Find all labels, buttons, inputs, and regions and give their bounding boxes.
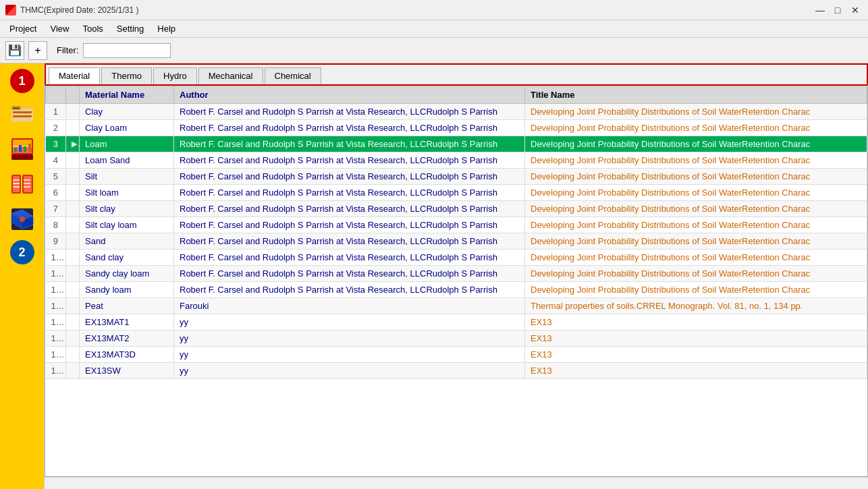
cell-arrow <box>66 233 80 250</box>
table-row[interactable]: 7Silt clayRobert F. Carsel and Rudolph S… <box>46 201 867 217</box>
cell-num: 16 <box>46 347 66 363</box>
table-row[interactable]: 1ClayRobert F. Carsel and Rudolph S Parr… <box>46 104 867 120</box>
cell-title: EX13 <box>525 314 867 330</box>
cell-author: Robert F. Carsel and Rudolph S Parrish a… <box>174 233 525 250</box>
cell-material-name: Sandy clay loam <box>80 266 174 282</box>
minimize-button[interactable]: — <box>813 3 828 18</box>
cell-title: EX13 <box>525 330 867 347</box>
cell-material-name: Silt clay loam <box>80 217 174 233</box>
cell-title: Developing Joint Probability Distributio… <box>525 233 867 250</box>
cell-title: Developing Joint Probability Distributio… <box>525 250 867 266</box>
sidebar-badge-1[interactable]: 1 <box>10 69 34 93</box>
material-table-container[interactable]: Material Name Author Title Name 1ClayRob… <box>45 84 868 477</box>
menu-item-tools[interactable]: Tools <box>76 22 109 36</box>
cell-title: Developing Joint Probability Distributio… <box>525 169 867 185</box>
cell-author: yy <box>174 314 525 330</box>
cell-material-name: Loam Sand <box>80 152 174 169</box>
cell-arrow <box>66 266 80 282</box>
title-bar: THMC(Expired Date: 2025/1/31 ) — □ ✕ <box>0 0 868 20</box>
col-header-material-name: Material Name <box>80 86 174 104</box>
table-row[interactable]: 16EX13MAT3DyyEX13 <box>46 347 867 363</box>
cell-num: 12 <box>46 282 66 298</box>
badge-1-label: 1 <box>18 74 25 88</box>
col-header-arrow <box>66 86 80 104</box>
sidebar-icon-settings[interactable] <box>8 170 36 198</box>
table-row[interactable]: 6Silt loamRobert F. Carsel and Rudolph S… <box>46 185 867 201</box>
table-header-row: Material Name Author Title Name <box>46 86 867 104</box>
tab-chemical[interactable]: Chemical <box>265 67 321 84</box>
cell-num: 17 <box>46 363 66 379</box>
svg-rect-4 <box>13 115 32 117</box>
table-row[interactable]: 9SandRobert F. Carsel and Rudolph S Parr… <box>46 233 867 250</box>
cell-arrow <box>66 217 80 233</box>
cell-arrow <box>66 185 80 201</box>
menu-item-setting[interactable]: Setting <box>110 22 151 36</box>
menu-item-help[interactable]: Help <box>151 22 182 36</box>
svg-rect-14 <box>11 154 33 160</box>
col-header-author: Author <box>174 86 525 104</box>
cell-num: 11 <box>46 266 66 282</box>
table-row[interactable]: 4Loam SandRobert F. Carsel and Rudolph S… <box>46 152 867 169</box>
cell-num: 2 <box>46 120 66 136</box>
main-area: 1 <box>0 63 868 489</box>
sidebar-icon-folder[interactable] <box>8 100 36 128</box>
cell-material-name: Peat <box>80 298 174 314</box>
menu-item-project[interactable]: Project <box>3 22 43 36</box>
filter-input[interactable] <box>83 43 171 58</box>
cell-num: 9 <box>46 233 66 250</box>
cell-num: 1 <box>46 104 66 120</box>
table-row[interactable]: 3▶LoamRobert F. Carsel and Rudolph S Par… <box>46 136 867 152</box>
cell-material-name: Silt loam <box>80 185 174 201</box>
tab-hydro[interactable]: Hydro <box>153 67 197 84</box>
table-row[interactable]: 11Sandy clay loamRobert F. Carsel and Ru… <box>46 266 867 282</box>
cell-arrow: ▶ <box>66 136 80 152</box>
cell-num: 7 <box>46 201 66 217</box>
tab-thermo[interactable]: Thermo <box>101 67 152 84</box>
save-button[interactable]: 💾 <box>5 41 24 60</box>
sidebar-icon-chart[interactable] <box>8 135 36 163</box>
cell-title: Developing Joint Probability Distributio… <box>525 185 867 201</box>
cell-author: Robert F. Carsel and Rudolph S Parrish a… <box>174 104 525 120</box>
sidebar-badge-2[interactable]: 2 <box>10 240 34 264</box>
table-row[interactable]: 12Sandy loamRobert F. Carsel and Rudolph… <box>46 282 867 298</box>
table-row[interactable]: 2Clay LoamRobert F. Carsel and Rudolph S… <box>46 120 867 136</box>
cell-material-name: EX13SW <box>80 363 174 379</box>
cell-arrow <box>66 152 80 169</box>
svg-rect-11 <box>19 145 22 152</box>
cell-num: 4 <box>46 152 66 169</box>
maximize-button[interactable]: □ <box>830 3 845 18</box>
tab-mechanical[interactable]: Mechanical <box>198 67 263 84</box>
cell-title: Developing Joint Probability Distributio… <box>525 201 867 217</box>
table-row[interactable]: 8Silt clay loamRobert F. Carsel and Rudo… <box>46 217 867 233</box>
cell-material-name: Sandy loam <box>80 282 174 298</box>
cell-author: Robert F. Carsel and Rudolph S Parrish a… <box>174 201 525 217</box>
cell-num: 14 <box>46 314 66 330</box>
menu-bar: ProjectViewToolsSettingHelp <box>0 20 868 38</box>
table-row[interactable]: 10Sand clayRobert F. Carsel and Rudolph … <box>46 250 867 266</box>
tab-material[interactable]: Material <box>49 67 100 84</box>
svg-rect-16 <box>13 176 20 192</box>
bottom-bar <box>45 477 868 489</box>
table-row[interactable]: 15EX13MAT2yyEX13 <box>46 330 867 347</box>
table-row[interactable]: 5SiltRobert F. Carsel and Rudolph S Parr… <box>46 169 867 185</box>
cell-title: Developing Joint Probability Distributio… <box>525 282 867 298</box>
cell-num: 6 <box>46 185 66 201</box>
add-button[interactable]: + <box>28 41 47 60</box>
cell-arrow <box>66 169 80 185</box>
cell-arrow <box>66 298 80 314</box>
cell-title: Thermal properties of soils.CRREL Monogr… <box>525 298 867 314</box>
table-row[interactable]: 13PeatFaroukiThermal properties of soils… <box>46 298 867 314</box>
table-row[interactable]: 14EX13MAT1yyEX13 <box>46 314 867 330</box>
cell-arrow <box>66 120 80 136</box>
cell-material-name: Silt <box>80 169 174 185</box>
sidebar-icon-3d[interactable] <box>8 205 36 233</box>
menu-item-view[interactable]: View <box>43 22 76 36</box>
close-button[interactable]: ✕ <box>848 3 863 18</box>
svg-rect-18 <box>24 176 32 192</box>
svg-rect-12 <box>24 146 26 152</box>
cell-arrow <box>66 314 80 330</box>
cell-num: 3 <box>46 136 66 152</box>
table-row[interactable]: 17EX13SWyyEX13 <box>46 363 867 379</box>
cell-material-name: Loam <box>80 136 174 152</box>
cell-author: Robert F. Carsel and Rudolph S Parrish a… <box>174 136 525 152</box>
